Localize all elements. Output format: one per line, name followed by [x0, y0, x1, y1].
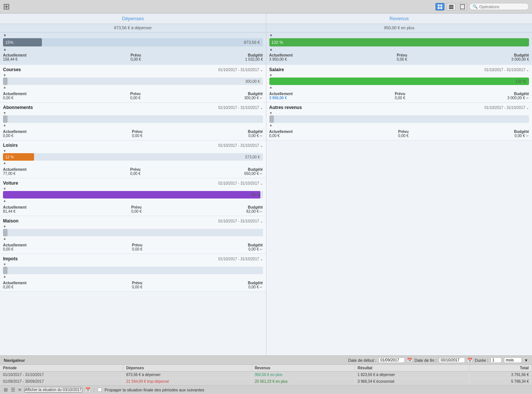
duree-label: Durée : — [475, 358, 488, 363]
cat-progress-area: ▼ 99 % ▲ — [0, 187, 266, 204]
category-header: Voiture 01/10/2017 - 31/10/2017 ⌄ — [0, 178, 266, 187]
date-debut-input[interactable] — [379, 357, 405, 363]
edit-icon[interactable]: ✏ — [260, 134, 263, 138]
cat-progress-area: ▼ 132 % ▲ — [266, 73, 532, 91]
stat-budgete: Budgété 1 032,00 € — [245, 53, 263, 61]
svg-rect-0 — [438, 4, 440, 6]
cat-progress-area: ▼ ▲ — [0, 262, 266, 280]
category-date[interactable]: 01/10/2017 - 31/10/2017 ⌄ — [218, 106, 263, 110]
cat-progress-bar: 300,00 € — [3, 78, 263, 85]
date-fin-label: Date de fin : — [415, 358, 437, 363]
chevron-icon: ⌄ — [260, 181, 263, 185]
svg-rect-4 — [449, 5, 453, 6]
cat-label-act: Actuellement — [3, 243, 27, 247]
category-date[interactable]: 01/10/2017 - 31/10/2017 ⌄ — [218, 219, 263, 223]
cat-label-prev: Prévu — [132, 281, 143, 285]
svg-rect-1 — [440, 4, 442, 6]
rev-stat-actuellement: Actuellement 3 950,00 € — [269, 53, 293, 61]
cat-value-act: 0,00 € — [3, 134, 27, 138]
cat-bar-label: 132 % — [516, 79, 526, 84]
cat-progress-bar: 99 % — [3, 191, 263, 198]
cat-arrow-down: ▲ — [269, 123, 529, 127]
category-header: Impots 01/10/2017 - 31/10/2017 ⌄ — [0, 254, 266, 262]
chevron-down-icon: ▼ — [524, 358, 528, 363]
cat-value-prev: 0,00 € — [395, 96, 405, 100]
cat-progress-fill — [3, 115, 7, 123]
cat-value-act: 0,00 € — [269, 134, 293, 138]
edit-icon[interactable]: ✏ — [260, 248, 263, 251]
afficher-situation-button[interactable]: Afficher la situation du 03/10/2017 — [24, 387, 82, 393]
category-date[interactable]: 01/10/2017 - 31/10/2017 ⌄ — [484, 106, 529, 110]
cat-label-bud: Budgété — [246, 205, 263, 209]
table-row[interactable]: 01/09/2017 - 30/09/2017 21 594,89 € trop… — [0, 378, 532, 385]
cat-label-bud: Budgété — [507, 92, 529, 96]
calendar-icon-fin[interactable]: 📅 — [467, 358, 473, 363]
edit-icon[interactable]: ✏ — [526, 96, 529, 100]
col-header-total: Total — [469, 365, 532, 372]
category-name: Courses — [3, 67, 21, 72]
cat-stats: Actuellement 77,00 € Prévu 0,00 € Budgét… — [0, 167, 266, 178]
row-total: 3 791,56 € — [469, 372, 532, 378]
cat-label-prev: Prévu — [395, 92, 405, 96]
cal-icon-footer[interactable]: 📅 — [85, 387, 91, 392]
category-date[interactable]: 01/10/2017 - 31/10/2017 ⌄ — [218, 257, 263, 261]
cat-stats: Actuellement 0,00 € Prévu 0,00 € Budgété… — [0, 91, 266, 102]
cat-label-act: Actuellement — [3, 130, 27, 134]
cat-stat-actuellement: Actuellement 0,00 € — [3, 243, 27, 251]
svg-rect-3 — [440, 7, 442, 9]
col-header-resultat: Résultat — [354, 365, 469, 372]
duree-input[interactable] — [490, 357, 502, 363]
cat-value-act: 0,00 € — [3, 96, 27, 100]
category-date[interactable]: 01/10/2017 - 31/10/2017 ⌄ — [218, 181, 263, 185]
cat-stat-prevu: Prévu 0,00 € — [395, 92, 405, 100]
edit-icon[interactable]: ✏ — [526, 134, 529, 138]
rev-stat-prevu: Prévu 0,00 € — [397, 53, 407, 61]
view-button-1[interactable] — [435, 3, 444, 10]
cat-progress-fill — [3, 229, 7, 236]
chevron-icon: ⌄ — [526, 106, 529, 110]
edit-icon[interactable]: ✏ — [260, 96, 263, 100]
cat-progress-area: ▼ ▲ — [0, 111, 266, 129]
view-button-2[interactable] — [447, 3, 456, 10]
edit-icon[interactable]: ✏ — [260, 172, 263, 176]
depenses-summary: 873,56 € à dépenser — [0, 24, 266, 33]
cat-arrow-down: ▲ — [3, 161, 263, 165]
calendar-icon-debut[interactable]: 📅 — [407, 358, 412, 363]
depenses-title: Dépenses — [122, 16, 144, 21]
cat-arrow-down: ▲ — [3, 85, 263, 90]
table-row[interactable]: 01/10/2017 - 31/10/2017 873,56 € à dépen… — [0, 372, 532, 378]
cat-bar-label: 573,00 € — [245, 155, 260, 159]
footer-icon-3[interactable]: ≡ — [18, 387, 21, 393]
revenus-column: Revenus 950,00 € en plus ▼ 132 % ▲ Actue… — [266, 13, 532, 355]
category-date[interactable]: 01/10/2017 - 31/10/2017 ⌄ — [484, 68, 529, 72]
category-date[interactable]: 01/10/2017 - 31/10/2017 ⌄ — [218, 68, 263, 72]
cat-arrow-up: ▼ — [3, 111, 263, 115]
cat-arrow-up: ▼ — [3, 73, 263, 78]
propagate-checkbox[interactable] — [98, 388, 102, 392]
cat-stat-budgete: Budgété 0,00 € ✏ — [248, 243, 263, 251]
navigator-footer: ⊞ ☰ ≡ Afficher la situation du 03/10/201… — [0, 385, 532, 394]
cat-stat-budgete: Budgété 82,00 € ✏ — [246, 205, 263, 213]
cat-label-bud: Budgété — [244, 167, 263, 172]
edit-icon[interactable]: ✏ — [260, 285, 263, 289]
cat-progress-area: ▼ ▲ — [266, 111, 532, 129]
depenses-overall-progress: ▼ 15 % 873,56 € ▲ Actuellement 158,44 € … — [0, 33, 266, 65]
category-header: Loisirs 01/10/2017 - 31/10/2017 ⌄ — [0, 140, 266, 149]
category-item: Impots 01/10/2017 - 31/10/2017 ⌄ ▼ ▲ Act… — [0, 254, 266, 292]
view-button-3[interactable] — [458, 3, 467, 10]
depenses-column: Dépenses 873,56 € à dépenser ▼ 15 % 873,… — [0, 13, 266, 355]
cat-value-bud: 0,00 € ✏ — [248, 134, 263, 138]
date-fin-input[interactable] — [439, 357, 465, 363]
edit-icon[interactable]: ✏ — [260, 210, 263, 213]
footer-icon-1[interactable]: ⊞ — [4, 387, 8, 393]
search-input[interactable] — [479, 4, 526, 9]
cat-label-bud: Budgété — [514, 130, 529, 134]
cat-stat-budgete: Budgété 3 000,00 € ✏ — [507, 92, 529, 100]
duree-unit-select[interactable]: mois semaine année — [504, 357, 522, 363]
progress-arrow-up: ▼ — [0, 33, 266, 38]
revenus-overall-stats: Actuellement 3 950,00 € Prévu 0,00 € Bud… — [266, 52, 532, 63]
cat-value-bud: 650,00 € ✏ — [244, 172, 263, 176]
footer-icon-2[interactable]: ☰ — [11, 387, 15, 393]
category-date[interactable]: 01/10/2017 - 31/10/2017 ⌄ — [218, 143, 263, 148]
cat-stat-budgete: Budgété 0,00 € ✏ — [514, 130, 529, 138]
